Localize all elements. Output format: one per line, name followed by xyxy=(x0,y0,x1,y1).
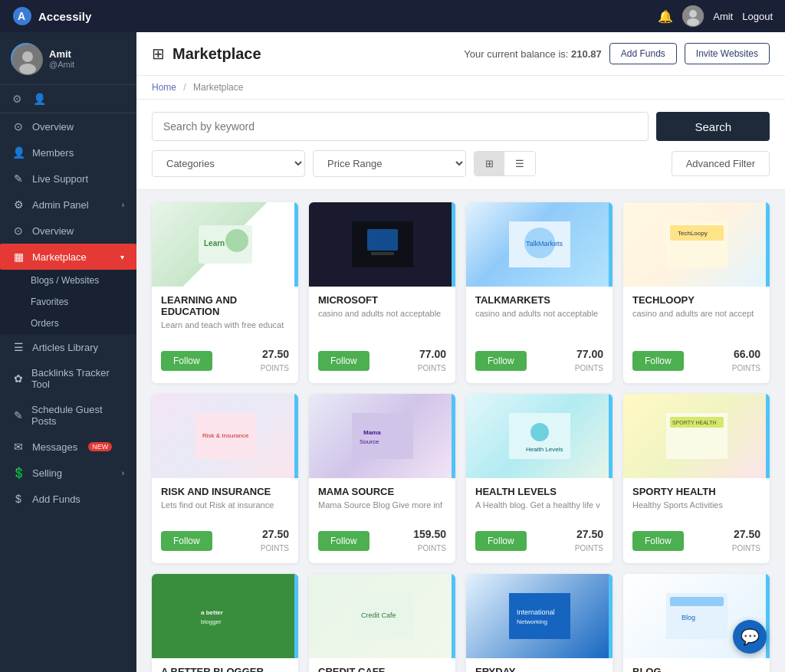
messages-new-badge: NEW xyxy=(88,442,112,451)
card-points: 77.00 POINTS xyxy=(418,348,446,374)
card-title: ERYDAY xyxy=(475,666,603,672)
card-indicator xyxy=(766,202,770,287)
sidebar-item-label: Selling xyxy=(32,467,62,479)
svg-text:Risk & Insurance: Risk & Insurance xyxy=(202,432,249,439)
card-points: 77.00 POINTS xyxy=(575,348,603,374)
search-button[interactable]: Search xyxy=(656,112,770,141)
sidebar-item-overview2[interactable]: ⊙ Overview xyxy=(0,218,136,244)
invite-websites-button[interactable]: Invite Websites xyxy=(685,43,770,64)
follow-button[interactable]: Follow xyxy=(475,351,527,371)
follow-button[interactable]: Follow xyxy=(632,531,684,551)
card-image: SPORTY HEALTH xyxy=(623,394,770,478)
card-indicator xyxy=(609,202,613,287)
sidebar-icons: ⚙ 👤 xyxy=(0,85,136,113)
card-body: CREDIT CAFE xyxy=(309,658,455,672)
search-input[interactable] xyxy=(152,112,649,141)
svg-point-3 xyxy=(689,10,697,18)
card-points-label: POINTS xyxy=(261,364,289,372)
page-title: Marketplace xyxy=(172,45,261,63)
card-indicator xyxy=(609,574,613,658)
card-footer: Follow 27.50 POINTS xyxy=(466,523,613,563)
sidebar-sub-blogs-websites[interactable]: Blogs / Websites xyxy=(0,270,136,291)
sidebar-item-marketplace[interactable]: ▦ Marketplace ▾ xyxy=(0,244,136,270)
svg-text:Source: Source xyxy=(360,438,379,445)
follow-button[interactable]: Follow xyxy=(475,531,527,551)
follow-button[interactable]: Follow xyxy=(318,531,370,551)
follow-button[interactable]: Follow xyxy=(318,351,370,371)
card-points: 159.50 POINTS xyxy=(413,528,446,554)
sidebar-sub-orders[interactable]: Orders xyxy=(0,313,136,334)
card-desc: Learn and teach with free educat xyxy=(161,320,289,329)
add-funds-button[interactable]: Add Funds xyxy=(609,43,677,64)
card-points-label: POINTS xyxy=(261,544,289,552)
logout-button[interactable]: Logout xyxy=(742,11,773,22)
card-image xyxy=(309,202,455,287)
follow-button[interactable]: Follow xyxy=(161,351,212,371)
card-mama-source: MamaSource MAMA SOURCE Mama Source Blog … xyxy=(309,394,455,563)
search-row: Search xyxy=(152,112,770,141)
sidebar-sub-favorites[interactable]: Favorites xyxy=(0,291,136,313)
card-sporty-health: SPORTY HEALTH SPORTY HEALTH Healthy Spor… xyxy=(623,394,770,563)
live-support-icon: ✎ xyxy=(12,172,25,185)
card-desc: casino and adults not acceptable xyxy=(475,309,603,318)
sidebar-handle: @Amit xyxy=(49,60,74,69)
filter-row: Categories Price Range ⊞ ☰ Advanced Filt… xyxy=(152,150,770,177)
card-indicator xyxy=(452,394,455,478)
notification-bell-icon[interactable]: 🔔 xyxy=(658,9,673,24)
list-view-button[interactable]: ☰ xyxy=(504,152,535,175)
chat-fab[interactable]: 💬 xyxy=(733,620,767,654)
navbar-right: 🔔 Amit Logout xyxy=(658,5,773,27)
card-microsoft: MICROSOFT casino and adults not acceptab… xyxy=(309,202,455,383)
profile-icon[interactable]: 👤 xyxy=(33,93,46,105)
sidebar-item-members[interactable]: 👤 Members xyxy=(0,139,136,166)
card-body: BLOG xyxy=(623,658,770,672)
svg-rect-40 xyxy=(670,597,724,606)
sidebar-item-overview[interactable]: ⊙ Overview xyxy=(0,113,136,139)
card-image: InternationalNetworking xyxy=(466,574,613,658)
advanced-filter-button[interactable]: Advanced Filter xyxy=(672,151,770,176)
card-body: TALKMARKETS casino and adults not accept… xyxy=(466,287,613,343)
selling-icon: 💲 xyxy=(12,467,25,479)
card-desc: casino and adults are not accept xyxy=(632,309,760,318)
sidebar-item-selling[interactable]: 💲 Selling › xyxy=(0,460,136,486)
card-footer: Follow 77.00 POINTS xyxy=(466,343,613,383)
sidebar-item-admin-panel[interactable]: ⚙ Admin Panel › xyxy=(0,192,136,218)
card-points-label: POINTS xyxy=(732,544,760,552)
sidebar-item-schedule-guest[interactable]: ✎ Schedule Guest Posts xyxy=(0,397,136,434)
card-points-value: 159.50 xyxy=(413,528,446,540)
svg-text:Learn: Learn xyxy=(204,239,225,247)
admin-panel-arrow: › xyxy=(122,201,124,209)
card-indicator xyxy=(294,574,298,658)
breadcrumb-home[interactable]: Home xyxy=(152,82,176,93)
main-content: ⊞ Marketplace Your current balance is: 2… xyxy=(136,32,785,672)
card-indicator xyxy=(452,574,455,658)
card-points-value: 77.00 xyxy=(418,348,446,360)
svg-point-26 xyxy=(530,423,549,441)
sidebar-item-live-support[interactable]: ✎ Live Support xyxy=(0,166,136,192)
sidebar-item-add-funds[interactable]: $ Add Funds xyxy=(0,486,136,512)
sidebar-item-articles-library[interactable]: ☰ Articles Library xyxy=(0,334,136,360)
svg-text:a better: a better xyxy=(201,609,223,616)
card-title: MICROSOFT xyxy=(318,294,446,306)
follow-button[interactable]: Follow xyxy=(161,531,212,551)
card-points-value: 77.00 xyxy=(575,348,603,360)
follow-button[interactable]: Follow xyxy=(632,351,684,371)
settings-icon[interactable]: ⚙ xyxy=(12,93,22,105)
backlinks-icon: ✿ xyxy=(12,372,24,385)
card-indicator xyxy=(294,394,298,478)
card-points: 27.50 POINTS xyxy=(261,348,289,374)
card-indicator xyxy=(609,394,613,478)
price-range-select[interactable]: Price Range xyxy=(313,150,466,177)
card-body: SPORTY HEALTH Healthy Sports Activities xyxy=(623,478,770,523)
svg-text:Health Levels: Health Levels xyxy=(526,446,563,453)
card-footer: Follow 66.00 POINTS xyxy=(623,343,770,383)
sidebar-avatar xyxy=(11,43,41,74)
grid-view-button[interactable]: ⊞ xyxy=(475,152,504,175)
sidebar-item-messages[interactable]: ✉ Messages NEW xyxy=(0,434,136,460)
card-points: 66.00 POINTS xyxy=(732,348,760,374)
categories-select[interactable]: Categories xyxy=(152,150,305,177)
app-logo: A xyxy=(12,6,32,26)
sidebar-item-backlinks-tracker[interactable]: ✿ Backlinks Tracker Tool xyxy=(0,360,136,397)
card-body: MICROSOFT casino and adults not acceptab… xyxy=(309,287,455,343)
breadcrumb-separator: / xyxy=(183,82,186,93)
